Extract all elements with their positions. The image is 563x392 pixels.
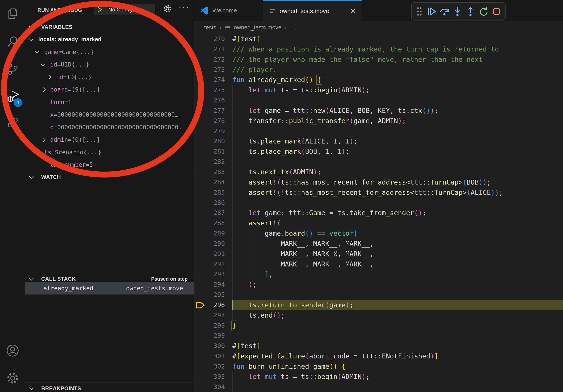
stop-button[interactable]: [491, 5, 502, 18]
gutter[interactable]: 284: [194, 177, 232, 187]
gutter[interactable]: 292: [194, 259, 232, 269]
account-button[interactable]: [0, 337, 25, 364]
gutter[interactable]: 302: [194, 361, 232, 372]
gutter[interactable]: 293: [194, 269, 232, 279]
gutter[interactable]: 275: [194, 85, 232, 95]
gutter[interactable]: 285: [194, 187, 232, 198]
code-line[interactable]: 296 ts.return_to_sender(game);: [194, 300, 563, 310]
code-line[interactable]: 297 ts.end();: [194, 310, 563, 321]
gutter[interactable]: 288: [194, 218, 232, 228]
variable-row[interactable]: o = 0000000000000000000000000000000000.: [25, 121, 194, 134]
breadcrumb[interactable]: tests › owned_tests.move › …: [194, 21, 563, 34]
gutter[interactable]: 304: [194, 382, 232, 392]
code-line[interactable]: 270#[test]: [194, 34, 563, 44]
code-line[interactable]: 287 let game: ttt::Game = ts.take_from_s…: [194, 208, 563, 218]
code-line[interactable]: 293 ],: [194, 269, 563, 279]
code-line[interactable]: 294 );: [194, 279, 563, 290]
gutter[interactable]: 291: [194, 249, 232, 259]
code-line[interactable]: 272/// the player who made the "false" m…: [194, 54, 563, 65]
gutter[interactable]: 294: [194, 279, 232, 290]
variable-row[interactable]: locals: already_marked: [25, 33, 194, 46]
gutter[interactable]: 295: [194, 290, 232, 300]
variable-row[interactable]: ts = Scenario{...}: [25, 146, 194, 159]
gutter[interactable]: 273: [194, 65, 232, 75]
variable-row[interactable]: turn = 1: [25, 96, 194, 109]
launch-config-dropdown[interactable]: No Configur: [94, 4, 155, 15]
code-line[interactable]: 275 let mut ts = ts::begin(ADMIN);: [194, 85, 563, 95]
code-line[interactable]: 303 let mut ts = ts::begin(ADMIN);: [194, 372, 563, 382]
code-line[interactable]: 292 MARK__, MARK__, MARK__,: [194, 259, 563, 269]
chevron-down-icon[interactable]: [35, 49, 39, 54]
gutter[interactable]: 296: [194, 300, 232, 310]
watch-section-header[interactable]: WATCH: [25, 171, 194, 183]
code-line[interactable]: 295: [194, 290, 563, 300]
code-line[interactable]: 280 ts.place_mark(ALICE, 1, 1);: [194, 136, 563, 146]
gutter[interactable]: 283: [194, 167, 232, 177]
code-line[interactable]: 285 assert!(!ts::has_most_recent_for_add…: [194, 187, 563, 198]
sidebar-item-source-control[interactable]: [0, 55, 25, 83]
debug-settings-gear-icon[interactable]: [163, 4, 172, 13]
gutter[interactable]: 290: [194, 239, 232, 249]
breadcrumb-item[interactable]: tests: [204, 24, 216, 31]
chevron-right-icon[interactable]: [41, 87, 46, 92]
breadcrumb-item[interactable]: …: [290, 24, 295, 31]
gutter[interactable]: 301: [194, 351, 232, 361]
chevron-down-icon[interactable]: [29, 37, 34, 41]
code-line[interactable]: 282: [194, 157, 563, 167]
code-line[interactable]: 290 MARK__, MARK__, MARK__,: [194, 239, 563, 249]
gutter[interactable]: 270: [194, 34, 232, 44]
code-line[interactable]: 304: [194, 382, 563, 392]
step-over-button[interactable]: [439, 5, 450, 18]
restart-button[interactable]: [478, 5, 489, 18]
code-line[interactable]: 302fun burn_unfinished_game() {: [194, 361, 563, 372]
gutter[interactable]: 289: [194, 228, 232, 239]
start-debug-icon[interactable]: [94, 7, 105, 13]
code-line[interactable]: 273/// player.: [194, 65, 563, 75]
close-icon[interactable]: ✕: [350, 7, 356, 15]
gutter[interactable]: 287: [194, 208, 232, 218]
code-line[interactable]: 288 assert!(: [194, 218, 563, 228]
tab-welcome[interactable]: Welcome: [194, 0, 263, 21]
sidebar-item-explorer[interactable]: [0, 0, 25, 28]
gutter[interactable]: 277: [194, 105, 232, 116]
gutter[interactable]: 279: [194, 126, 232, 136]
code-line[interactable]: 283 ts.next_tx(ADMIN);: [194, 167, 563, 177]
settings-button[interactable]: [0, 364, 25, 392]
gutter[interactable]: 271: [194, 44, 232, 54]
sidebar-item-run-and-debug[interactable]: 1: [0, 83, 25, 111]
breakpoints-section-header[interactable]: BREAKPOINTS: [25, 382, 194, 392]
variables-section-header[interactable]: VARIABLES: [25, 21, 194, 33]
code-line[interactable]: 278 transfer::public_transfer(game, ADMI…: [194, 116, 563, 126]
gutter[interactable]: 282: [194, 157, 232, 167]
code-line[interactable]: 301#[expected_failure(abort_code = ttt::…: [194, 351, 563, 361]
chevron-right-icon[interactable]: [47, 75, 52, 79]
chevron-right-icon[interactable]: [41, 137, 46, 142]
gutter[interactable]: 276: [194, 95, 232, 105]
chevron-down-icon[interactable]: [41, 62, 45, 66]
breadcrumb-item[interactable]: owned_tests.move: [234, 24, 282, 31]
sidebar-item-search[interactable]: [0, 28, 25, 55]
toolbar-drag-grip[interactable]: [415, 5, 424, 18]
chevron-down-icon[interactable]: [35, 149, 39, 154]
call-stack-frame-row[interactable]: already_marked owned_tests.move: [25, 282, 194, 295]
code-line[interactable]: 274fun already_marked() {: [194, 75, 563, 85]
code-line[interactable]: 291 MARK__, MARK_X, MARK__,: [194, 249, 563, 259]
variable-row[interactable]: id = ID{...}: [25, 71, 194, 83]
variable-row[interactable]: id = UID{...}: [25, 58, 194, 71]
more-actions-icon[interactable]: ···: [179, 2, 190, 12]
variable-row[interactable]: board = (9)[...]: [25, 83, 194, 96]
gutter[interactable]: 272: [194, 54, 232, 65]
continue-button[interactable]: [426, 5, 437, 18]
variable-row[interactable]: admin = (0)[...]: [25, 133, 194, 146]
sidebar-item-extensions[interactable]: [0, 111, 25, 138]
gutter[interactable]: 297: [194, 310, 232, 321]
code-line[interactable]: 289 game.board() == vector[: [194, 228, 563, 239]
gutter[interactable]: 300: [194, 341, 232, 351]
gutter[interactable]: 274: [194, 75, 232, 85]
code-line[interactable]: 271/// When a position is already marked…: [194, 44, 563, 54]
code-line[interactable]: 286: [194, 198, 563, 208]
tab-owned-tests[interactable]: owned_tests.move ✕: [263, 0, 362, 21]
code-line[interactable]: 300#[test]: [194, 341, 563, 351]
gutter[interactable]: 298: [194, 321, 232, 331]
code-line[interactable]: 298}: [194, 321, 563, 331]
